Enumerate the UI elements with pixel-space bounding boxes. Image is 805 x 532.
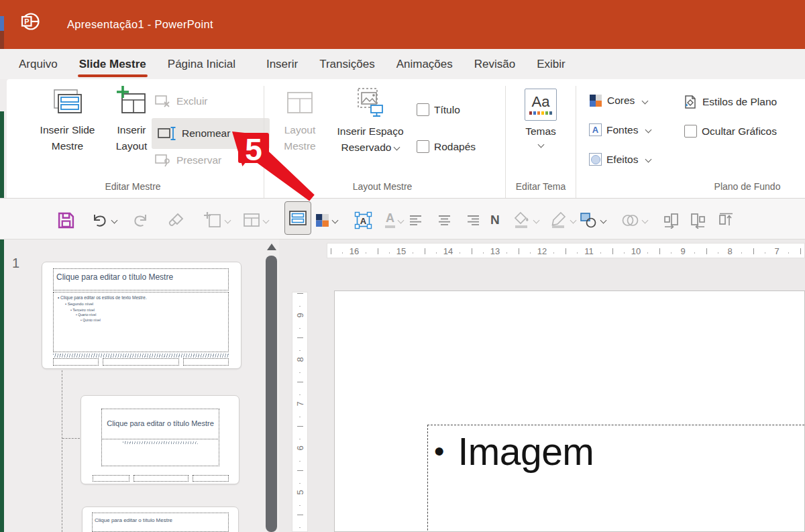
align-left-button[interactable] — [409, 200, 422, 240]
inserir-espaco-label2: Reservado — [341, 142, 392, 153]
rodapes-checkbox[interactable]: Rodapés — [417, 140, 476, 153]
thumb-body-line: • Clique para editar os estilos de texto… — [58, 295, 228, 301]
layout-thumbnail-3[interactable]: Clique para editar o título Mestre — [82, 507, 239, 532]
bold-button[interactable]: N — [490, 200, 500, 240]
chevron-down-icon — [537, 142, 544, 148]
inserir-layout-button[interactable]: Inserir Layout — [107, 85, 156, 154]
tab-transicoes[interactable]: Transições — [309, 49, 386, 79]
fontes-button[interactable]: A Fontes — [589, 123, 651, 136]
ruler-number: 9 — [295, 311, 305, 319]
estilos-de-plano-button[interactable]: Estilos de Plano — [683, 94, 777, 110]
thumb-title-text: Clique para editar o título Mestre — [102, 409, 219, 429]
thumb-body-placeholder: • Clique para editar os estilos de texto… — [53, 292, 229, 352]
thumb-body-line: • Segundo nível — [65, 301, 228, 307]
format-painter-button[interactable] — [168, 200, 184, 240]
font-color-bar — [385, 225, 395, 228]
merge-shapes-button[interactable] — [621, 200, 647, 240]
rodapes-label: Rodapés — [434, 141, 476, 153]
tab-animacoes[interactable]: Animações — [386, 49, 464, 79]
thumb-footer-placeholder — [103, 358, 179, 366]
master-slide-thumbnail[interactable]: Clique para editar o título Mestre • Cli… — [42, 262, 241, 369]
inserir-slide-mestre-label2: Mestre — [52, 140, 83, 152]
ruler-number: 13 — [488, 246, 502, 256]
shape-outline-button[interactable] — [550, 200, 576, 240]
ruler-number: 15 — [394, 246, 408, 256]
thumb-footer-placeholder — [133, 475, 189, 482]
chevron-down-icon — [111, 217, 118, 223]
align-left-icon — [409, 215, 422, 226]
preservar-label: Preservar — [176, 154, 221, 166]
save-icon — [57, 211, 75, 229]
theme-colors-icon — [315, 213, 329, 227]
ruler-number: 8 — [295, 355, 305, 364]
preserve-icon — [154, 153, 172, 168]
thumb-slidenumber-placeholder — [193, 475, 229, 482]
move-backward-button[interactable] — [690, 200, 706, 240]
ocultar-graficos-checkbox-box[interactable] — [684, 125, 697, 138]
layout-thumbnail-2[interactable]: Clique para editar o título Mestre — [80, 395, 239, 484]
move-forward-button[interactable] — [663, 200, 680, 240]
cores-button[interactable]: Cores — [589, 94, 647, 107]
align-center-button[interactable] — [438, 200, 451, 240]
inserir-slide-mestre-button[interactable]: Inserir Slide Mestre — [25, 89, 109, 154]
ruler-number: 7 — [295, 399, 305, 408]
bring-forward-icon — [663, 212, 680, 229]
save-button[interactable] — [57, 200, 75, 240]
cores-label: Cores — [607, 95, 635, 107]
thumb-title-text: Clique para editar o título Mestre — [93, 513, 228, 524]
panel-scrollbar-thumb[interactable] — [266, 256, 277, 532]
svg-text:A: A — [360, 215, 367, 225]
efeitos-button[interactable]: Efeitos — [589, 153, 651, 166]
shape-fill-button[interactable] — [513, 200, 539, 240]
excluir-label: Excluir — [176, 95, 208, 107]
align-right-button[interactable] — [467, 200, 480, 240]
inserir-espaco-reservado-button[interactable]: Inserir Espaço Reservado — [323, 87, 417, 156]
thumb-slidenumber-placeholder — [183, 358, 229, 366]
rodapes-checkbox-box[interactable] — [417, 140, 429, 153]
rename-icon — [157, 125, 177, 142]
scroll-up-arrow-icon[interactable] — [267, 244, 276, 250]
merge-shapes-icon — [621, 213, 639, 227]
annotation-arrow: 5 — [221, 114, 322, 208]
tab-arquivo[interactable]: Arquivo — [8, 49, 68, 79]
slide-canvas[interactable]: • Imagem — [334, 290, 805, 532]
tab-inserir[interactable]: Inserir — [256, 49, 309, 79]
delete-slide-icon — [154, 94, 172, 109]
excluir-button[interactable]: Excluir — [154, 94, 208, 109]
chevron-down-icon — [263, 217, 270, 223]
align-objects-icon — [718, 212, 735, 229]
bullet-marker: • — [434, 435, 444, 468]
titulo-checkbox[interactable]: Título — [417, 103, 460, 116]
align-center-icon — [438, 215, 451, 226]
thumb-body-line: • Quarto nível — [76, 313, 228, 318]
temas-button[interactable]: Aa Temas — [519, 89, 563, 147]
preservar-button[interactable]: Preservar — [154, 153, 221, 168]
group-label-plano-de-fundo: Plano de Fundo — [714, 181, 781, 192]
titulo-label: Título — [434, 104, 460, 116]
titulo-checkbox-box[interactable] — [417, 103, 429, 116]
ruler-number: 5 — [295, 488, 305, 496]
shapes-icon — [580, 212, 598, 229]
ocultar-graficos-checkbox[interactable]: Ocultar Gráficos — [684, 125, 777, 138]
font-color-button[interactable]: A — [385, 200, 403, 240]
annotation-step-number: 5 — [245, 132, 262, 167]
redo-icon — [131, 212, 149, 228]
text-box-button[interactable]: A — [354, 200, 372, 240]
align-top-button[interactable] — [718, 200, 735, 240]
shapes-button[interactable] — [580, 200, 606, 240]
edge-strip-maroon — [0, 31, 4, 49]
tab-revisao[interactable]: Revisão — [464, 49, 526, 79]
undo-button[interactable] — [91, 200, 117, 240]
chevron-down-icon — [570, 217, 577, 223]
thumb-inner-placeholder-line — [101, 439, 219, 439]
tab-exibir[interactable]: Exibir — [526, 49, 576, 79]
tab-pagina-inicial[interactable]: Página Inicial — [157, 49, 246, 79]
tab-slide-mestre[interactable]: Slide Mestre — [68, 49, 157, 79]
thumb-date-placeholder — [93, 475, 129, 482]
font-color-icon: A — [385, 212, 395, 224]
align-right-icon — [467, 215, 480, 226]
redo-button[interactable] — [131, 200, 149, 240]
theme-effects-icon — [589, 153, 602, 166]
group-label-editar-mestre: Editar Mestre — [105, 181, 160, 192]
theme-fonts-icon-text: A — [592, 125, 598, 135]
